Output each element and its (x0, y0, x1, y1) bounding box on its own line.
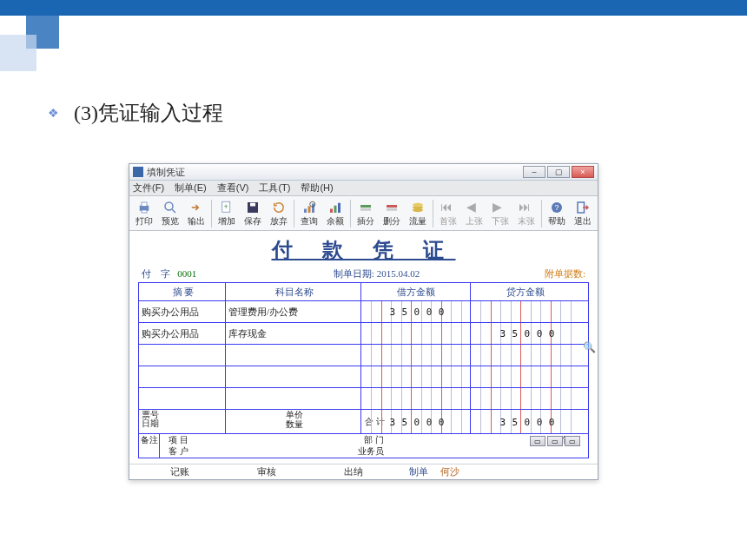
query-button[interactable]: 查询 (296, 198, 322, 229)
bizman-label[interactable]: 业务员 (358, 445, 384, 458)
ticket-date-label: 日期 (142, 419, 159, 428)
exit-button[interactable]: 退出 (570, 198, 596, 229)
cell-summary[interactable] (139, 388, 226, 409)
output-button[interactable]: 输出 (183, 198, 209, 229)
svg-text:?: ? (554, 203, 559, 212)
first-button[interactable]: ⏮首张 (435, 198, 461, 229)
cell-credit[interactable]: 35000 (471, 323, 580, 344)
debit-amount: 35000 (389, 306, 451, 318)
cell-subject[interactable]: 库存现金 (226, 323, 361, 344)
cell-debit[interactable] (361, 366, 471, 387)
svg-rect-15 (338, 202, 340, 212)
table-row[interactable] (139, 366, 588, 387)
table-row[interactable]: 购买办公用品管理费用/办公费35000 (139, 300, 588, 322)
exit-icon (575, 200, 591, 215)
last-icon: ⏭ (519, 200, 534, 215)
svg-rect-18 (387, 205, 397, 208)
svg-point-3 (165, 202, 173, 210)
cell-credit[interactable] (471, 388, 580, 409)
voucher-table: 摘 要 科目名称 借方金额 贷方金额 购买办公用品管理费用/办公费35000购买… (138, 282, 589, 458)
customer-label[interactable]: 客 户 (169, 445, 188, 458)
cell-summary[interactable] (139, 345, 226, 366)
menu-make[interactable]: 制单(E) (175, 181, 207, 194)
flow-icon (410, 200, 426, 215)
attach-label[interactable]: 附单据数: (490, 267, 585, 280)
cell-subject[interactable]: 🔍 (226, 345, 361, 366)
preview-icon (162, 200, 178, 215)
output-icon (188, 200, 204, 215)
minimize-button[interactable]: – (523, 166, 545, 178)
cell-debit[interactable] (361, 345, 471, 366)
menu-view[interactable]: 查看(V) (217, 181, 249, 194)
cell-subject[interactable] (226, 366, 361, 387)
window-titlebar[interactable]: 填制凭证 – ▢ × (129, 164, 598, 181)
cell-debit[interactable]: 35000 (361, 301, 471, 322)
status-bar: 记账 审核 出纳 制单 何沙 (129, 464, 598, 479)
voucher-type: 付 (142, 268, 151, 279)
total-label: 合 计 (365, 416, 385, 428)
print-button[interactable]: 打印 (131, 198, 157, 229)
prev-icon: ◀ (466, 200, 482, 215)
dept-label[interactable]: 部 门 (364, 434, 384, 446)
add-icon: + (219, 200, 235, 215)
table-header: 摘 要 科目名称 借方金额 贷方金额 (139, 283, 588, 300)
svg-rect-8 (250, 202, 255, 206)
note-row-1: 备注 项 目部 门个 人 (139, 433, 588, 445)
svg-rect-2 (142, 210, 147, 213)
close-button[interactable]: × (572, 166, 594, 178)
mini-icon-2[interactable]: ▭ (547, 436, 563, 446)
cell-debit[interactable] (361, 323, 471, 344)
table-row[interactable]: 购买办公用品库存现金35000 (139, 322, 588, 344)
notes-label: 备注 (139, 434, 160, 445)
project-label[interactable]: 项 目 (169, 434, 188, 446)
cell-summary[interactable] (139, 366, 226, 387)
svg-rect-13 (330, 208, 333, 213)
help-button[interactable]: ?帮助 (544, 198, 570, 229)
voucher-number[interactable]: 0001 (177, 268, 196, 279)
status-cash: 出纳 (310, 465, 397, 478)
table-row[interactable] (139, 387, 588, 409)
first-icon: ⏮ (440, 200, 456, 215)
svg-rect-19 (387, 208, 397, 210)
next-button[interactable]: ▶下张 (487, 198, 513, 229)
delete-row-button[interactable]: 删分 (379, 198, 405, 229)
note-row-2: 客 户业务员 (139, 445, 588, 458)
voucher-date-value[interactable]: 2015.04.02 (377, 268, 420, 279)
flow-button[interactable]: 流量 (405, 198, 431, 229)
insert-row-button[interactable]: 插分 (353, 198, 379, 229)
app-icon (133, 167, 143, 177)
cell-credit[interactable] (471, 301, 580, 322)
discard-icon (271, 200, 287, 215)
table-row[interactable]: 🔍 (139, 344, 588, 366)
add-button[interactable]: +增加 (214, 198, 240, 229)
insert-row-icon (358, 200, 374, 215)
preview-button[interactable]: 预览 (157, 198, 183, 229)
voucher-type-word: 字 (161, 268, 170, 279)
price-label: 单价 (286, 410, 303, 419)
cell-summary[interactable]: 购买办公用品 (139, 323, 226, 344)
voucher-info-row: 付 字 0001 制单日期: 2015.04.02 附单据数: (138, 267, 589, 282)
balance-button[interactable]: 余额 (322, 198, 348, 229)
ledger-lines (471, 345, 580, 366)
header-subject: 科目名称 (226, 283, 361, 300)
cell-debit[interactable] (361, 388, 471, 409)
qty-label: 数量 (286, 419, 303, 429)
last-button[interactable]: ⏭末张 (513, 198, 539, 229)
cell-subject[interactable] (226, 388, 361, 409)
lookup-icon[interactable]: 🔍 (583, 341, 595, 353)
cell-subject[interactable]: 管理费用/办公费 (226, 301, 361, 322)
prev-button[interactable]: ◀上张 (461, 198, 487, 229)
menu-file[interactable]: 文件(F) (133, 181, 164, 194)
save-button[interactable]: 保存 (240, 198, 266, 229)
section-heading: (3)凭证输入过程 (74, 99, 223, 127)
discard-button[interactable]: 放弃 (266, 198, 292, 229)
svg-rect-11 (312, 203, 314, 213)
maximize-button[interactable]: ▢ (547, 166, 570, 178)
cell-credit[interactable] (471, 345, 580, 366)
cell-credit[interactable] (471, 366, 580, 387)
mini-icon-3[interactable]: ▭ (565, 436, 580, 446)
mini-icon-1[interactable]: ▭ (530, 436, 545, 446)
cell-summary[interactable]: 购买办公用品 (139, 301, 226, 322)
menu-tool[interactable]: 工具(T) (259, 181, 290, 194)
menu-help[interactable]: 帮助(H) (301, 181, 333, 194)
